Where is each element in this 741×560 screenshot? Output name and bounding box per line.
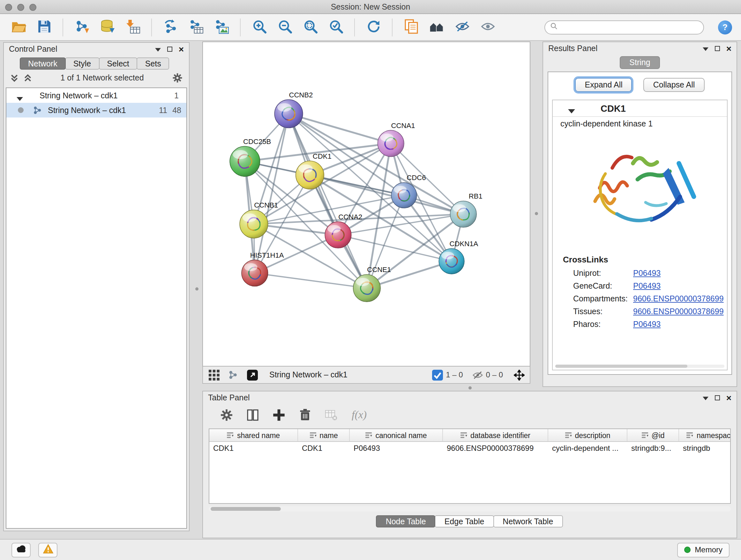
expand-all-button[interactable]: Expand All — [576, 78, 632, 92]
grid-view-icon[interactable] — [208, 369, 219, 381]
network-node-HIST1H1A[interactable]: HIST1H1A — [242, 251, 284, 287]
zoom-out-button[interactable] — [275, 17, 294, 37]
table-row[interactable]: CDK1CDK1P064939606.ENSP00000378699cyclin… — [209, 442, 730, 455]
column-header-database-identifier[interactable]: database identifier — [443, 429, 548, 441]
close-window-button[interactable] — [5, 3, 12, 10]
copy-button[interactable] — [401, 17, 421, 37]
float-panel-icon[interactable] — [155, 45, 161, 54]
tab-edge-table[interactable]: Edge Table — [435, 515, 494, 527]
new-table-button[interactable] — [186, 17, 205, 37]
function-builder-button[interactable]: f(x) — [352, 409, 367, 422]
float-panel-icon[interactable] — [703, 393, 709, 402]
zoom-selected-button[interactable] — [326, 17, 345, 37]
network-node-CDKN1A[interactable]: CDKN1A — [439, 240, 478, 274]
network-node-CCNB1[interactable]: CCNB1 — [240, 201, 278, 238]
add-column-icon[interactable] — [271, 407, 287, 423]
column-header-description[interactable]: description — [548, 429, 627, 441]
network-node-CCNB2[interactable]: CCNB2 — [274, 91, 313, 128]
help-button[interactable]: ? — [718, 20, 732, 34]
import-network-database-button[interactable] — [98, 17, 117, 37]
search-input[interactable] — [561, 23, 698, 32]
save-session-button[interactable] — [35, 17, 54, 37]
network-collection-row[interactable]: String Network – cdk1 1 — [6, 88, 186, 103]
cloud-button[interactable] — [11, 543, 30, 557]
tab-node-table[interactable]: Node Table — [376, 515, 435, 527]
refresh-button[interactable] — [364, 17, 383, 37]
zoom-window-button[interactable] — [29, 3, 37, 10]
new-network-button[interactable] — [161, 17, 180, 37]
network-edge-HIST1H1A-CCNE1[interactable] — [255, 273, 367, 288]
show-columns-icon[interactable] — [245, 407, 261, 423]
network-node-RB1[interactable]: RB1 — [450, 192, 482, 227]
birds-eye-view-icon[interactable] — [513, 369, 525, 381]
crosslink-value-link[interactable]: 9606.ENSP00000378699 — [633, 307, 724, 316]
crosslink-value-link[interactable]: P06493 — [633, 282, 661, 291]
column-header-canonical-name[interactable]: canonical name — [350, 429, 443, 441]
crosslink-value-link[interactable]: P06493 — [633, 269, 661, 278]
disclosure-triangle-icon[interactable] — [568, 106, 575, 111]
crosslink-value-link[interactable]: 9606.ENSP00000378699 — [633, 294, 724, 303]
gene-section-header[interactable]: CDK1 — [553, 100, 727, 117]
network-edge-CCNB2-CCNE1[interactable] — [289, 114, 367, 288]
crosslink-label: Tissues: — [573, 307, 633, 316]
show-view-button[interactable] — [478, 17, 497, 37]
memory-button[interactable]: Memory — [677, 543, 730, 557]
float-panel-icon[interactable] — [703, 44, 709, 53]
import-network-file-button[interactable] — [72, 17, 91, 37]
hidden-eye-slash-icon[interactable] — [472, 369, 483, 381]
maximize-panel-icon[interactable] — [715, 46, 720, 51]
open-file-button[interactable] — [9, 17, 28, 37]
network-edge-CCNB2-CCNA1[interactable] — [289, 114, 391, 143]
expand-all-networks-icon[interactable] — [23, 74, 32, 82]
warnings-button[interactable] — [38, 543, 57, 557]
network-view-toolbar: String Network – cdk1 1 – 0 0 – 0 — [202, 367, 530, 384]
collapse-all-button[interactable]: Collapse All — [644, 78, 704, 92]
column-header-name[interactable]: name — [298, 429, 350, 441]
network-node-CDC25B[interactable]: CDC25B — [230, 138, 271, 177]
column-header-namespac[interactable]: namespac — [679, 429, 731, 441]
table-options-gear-icon[interactable] — [218, 407, 235, 423]
detach-view-icon[interactable] — [246, 369, 258, 381]
horizontal-splitter-handle[interactable] — [468, 386, 472, 389]
tab-style[interactable]: Style — [65, 57, 99, 70]
network-node-CDK1[interactable]: CDK1 — [296, 152, 332, 189]
toggle-graphics-details-button[interactable] — [453, 17, 472, 37]
vertical-splitter-handle[interactable] — [195, 287, 199, 291]
column-header--id[interactable]: @id — [627, 429, 679, 441]
export-image-button[interactable] — [212, 17, 231, 37]
crosslink-value-link[interactable]: P06493 — [633, 320, 661, 329]
zoom-fit-button[interactable] — [300, 17, 320, 37]
scrollbar-thumb[interactable] — [211, 507, 281, 511]
network-options-gear-icon[interactable] — [172, 73, 183, 83]
network-canvas[interactable]: CCNB2CCNA1CDC25BCDK1CDC6RB1CCNB1CCNA2CDK… — [202, 42, 530, 367]
maximize-panel-icon[interactable] — [715, 395, 720, 400]
maximize-panel-icon[interactable] — [167, 47, 172, 52]
table-horizontal-scrollbar[interactable] — [209, 506, 731, 511]
network-row-selected[interactable]: String Network – cdk1 11 48 — [6, 103, 186, 118]
column-header-shared-name[interactable]: shared name — [209, 429, 298, 441]
home-button[interactable] — [427, 17, 446, 37]
delete-column-icon[interactable] — [297, 407, 313, 423]
close-panel-icon[interactable]: × — [726, 44, 731, 53]
table-panel: Table Panel × f(x) shared namenamecanoni… — [202, 391, 737, 538]
network-graph[interactable]: CCNB2CCNA1CDC25BCDK1CDC6RB1CCNB1CCNA2CDK… — [203, 42, 530, 366]
vertical-splitter-handle[interactable] — [535, 212, 538, 215]
results-scrollbar[interactable] — [555, 365, 724, 368]
close-panel-icon[interactable]: × — [726, 393, 731, 402]
network-list-icon[interactable] — [227, 369, 239, 381]
selected-checkbox-icon[interactable] — [432, 369, 443, 381]
tab-string[interactable]: String — [620, 56, 660, 69]
minimize-window-button[interactable] — [17, 3, 24, 10]
network-node-CCNA1[interactable]: CCNA1 — [378, 122, 415, 157]
import-table-file-button[interactable] — [123, 17, 142, 37]
collapse-all-networks-icon[interactable] — [10, 74, 18, 82]
tab-sets[interactable]: Sets — [137, 57, 170, 70]
tab-network[interactable]: Network — [20, 57, 66, 70]
close-panel-icon[interactable]: × — [179, 45, 184, 54]
network-edge-CDK1-RB1[interactable] — [310, 175, 463, 214]
tab-select[interactable]: Select — [98, 57, 138, 70]
search-box[interactable] — [544, 20, 704, 34]
zoom-in-button[interactable] — [250, 17, 269, 37]
disclosure-triangle-icon[interactable] — [17, 94, 23, 98]
tab-network-table[interactable]: Network Table — [493, 515, 562, 527]
